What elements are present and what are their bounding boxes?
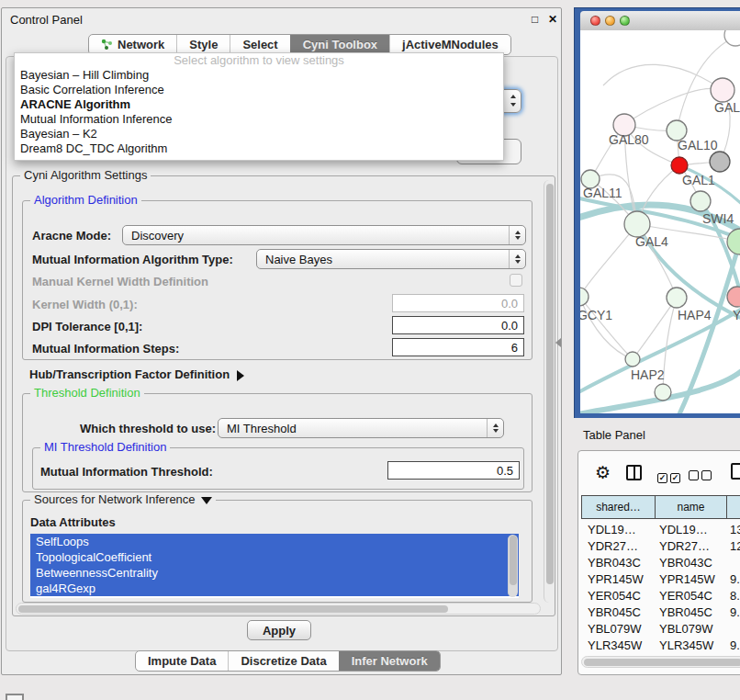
manual-kernel-width-checkbox[interactable] [510,274,522,287]
attribute-item[interactable]: gal4RGexp [30,581,519,596]
tab-cyni-toolbox[interactable]: Cyni Toolbox [290,35,389,54]
network-node[interactable] [625,352,640,367]
network-tab-icon [101,39,113,51]
table-cell[interactable]: YDR27… [588,539,638,553]
table-cell[interactable]: YLR345W [659,638,713,652]
mi-steps-label: Mutual Information Steps: [32,342,179,356]
column-header-shared-name[interactable]: shared… [581,495,656,519]
table-cell[interactable]: 9. [730,605,740,619]
table-cell[interactable]: 9. [730,572,740,586]
column-header-partial[interactable]: A [726,495,740,519]
kernel-width-field[interactable]: 0.0 [392,294,524,312]
network-node[interactable] [667,288,687,308]
which-threshold-combobox[interactable]: MI Threshold [218,418,504,438]
mi-algorithm-type-combobox[interactable]: Naive Bayes [256,249,526,269]
algorithm-option-basic-correlation[interactable]: Basic Correlation Inference [15,83,503,97]
algorithm-option-bayesian-hill-climbing[interactable]: Bayesian – Hill Climbing [15,68,503,83]
algorithm-option-mutual-information[interactable]: Mutual Information Inference [15,112,503,127]
settings-horizontal-scrollbar[interactable] [16,603,541,615]
network-node[interactable] [671,157,688,174]
which-threshold-label: Which threshold to use: [80,422,216,435]
tab-infer-network[interactable]: Infer Network [339,651,440,671]
network-node[interactable] [580,288,589,306]
network-node[interactable] [710,152,730,172]
close-window-icon[interactable]: ✕ [548,13,557,26]
table-cell[interactable]: YDL19… [588,523,636,536]
table-cell[interactable]: YBR045C [588,605,641,619]
split-columns-icon[interactable] [626,465,642,480]
aracne-mode-combobox[interactable]: Discovery [122,225,526,245]
tab-jactivemnodules[interactable]: jActiveMNodules [389,35,510,54]
tab-select[interactable]: Select [230,35,289,54]
mi-steps-field[interactable]: 6 [392,338,524,356]
network-node[interactable] [624,211,650,237]
table-cell[interactable]: YBL079W [659,622,713,636]
table-cell[interactable]: 8. [730,589,740,603]
table-cell[interactable]: YDR27… [659,539,710,553]
network-edge[interactable] [624,88,723,125]
table-cell[interactable]: 12 [730,539,740,553]
panel-divider-handle[interactable] [555,338,561,347]
network-node-label: Y [733,308,740,322]
sources-title[interactable]: Sources for Network Inference [30,492,216,506]
algorithm-option-aracne[interactable]: ARACNE Algorithm [15,97,503,112]
column-header-name[interactable]: name [655,495,727,519]
network-node-label: GAL10 [678,138,718,152]
close-traffic-light[interactable] [590,16,600,26]
network-window-titlebar[interactable] [580,11,740,31]
network-edge[interactable] [633,298,677,359]
partial-bottom-icon[interactable] [6,694,24,700]
network-canvas[interactable]: GALGAL80GAL10GAL1GAL11SWI4GAL4GCY1HAP4YH… [580,30,740,413]
network-node[interactable] [655,384,671,401]
table-cell[interactable]: YPR145W [659,572,715,586]
attribute-item[interactable]: TopologicalCoefficient [30,549,519,565]
table-cell[interactable]: 9. [730,638,740,652]
combo-stepper-icon [509,226,525,244]
network-node-label: GAL1 [682,173,715,187]
tab-discretize-data[interactable]: Discretize Data [228,651,338,671]
gear-icon[interactable]: ⚙ [595,464,611,481]
network-node[interactable] [724,30,740,46]
select-all-checkboxes-icon[interactable]: ✓✓ [657,468,680,484]
network-node[interactable] [711,78,734,102]
attribute-item[interactable]: SelfLoops [30,534,519,549]
table-cell[interactable]: YBR045C [659,605,712,619]
algorithm-option-bayesian-k2[interactable]: Bayesian – K2 [15,127,503,141]
table-cell[interactable]: 13 [730,523,740,536]
mi-threshold-field[interactable]: 0.5 [387,461,520,480]
hub-tf-definition-expander[interactable]: Hub/Transcription Factor Definition [29,367,244,381]
attribute-list-scrollbar[interactable] [508,535,518,597]
control-panel-window: Control Panel □ ✕ Network Style Select C… [1,7,562,675]
table-horizontal-scrollbar[interactable] [581,656,740,668]
float-window-icon[interactable]: □ [532,13,538,26]
table-cell[interactable]: YLR345W [588,638,642,652]
table-cell[interactable]: YBL079W [588,622,642,636]
network-edge[interactable] [580,297,633,359]
network-view-window[interactable]: GALGAL80GAL10GAL1GAL11SWI4GAL4GCY1HAP4YH… [574,7,740,418]
table-cell[interactable]: YBR043C [588,556,641,570]
algorithm-option-dream8[interactable]: Dream8 DC_TDC Algorithm [15,141,503,156]
stepper-down-icon [510,103,516,107]
table-cell[interactable]: YPR145W [588,572,644,586]
settings-vertical-scrollbar[interactable] [544,180,555,603]
zoom-traffic-light[interactable] [620,16,630,26]
table-cell[interactable]: YBR043C [659,556,712,570]
minimize-traffic-light[interactable] [605,16,615,26]
apply-button[interactable]: Apply [247,620,311,640]
network-node[interactable] [690,191,711,211]
table-cell[interactable]: YER054C [588,589,641,603]
network-node[interactable] [727,287,740,307]
attribute-item[interactable]: BetweennessCentrality [30,565,519,581]
network-edge[interactable] [580,224,637,297]
deselect-all-checkboxes-icon[interactable] [689,468,712,484]
data-attributes-list: SelfLoops TopologicalCoefficient Between… [30,534,519,598]
network-edge[interactable] [580,297,633,359]
table-cell[interactable]: YDL19… [659,523,708,536]
tab-network[interactable]: Network [89,35,176,54]
tab-style[interactable]: Style [176,35,230,54]
dpi-tolerance-field[interactable]: 0.0 [392,316,524,334]
tab-impute-data[interactable]: Impute Data [136,651,228,671]
network-edge[interactable] [603,64,723,90]
table-cell[interactable]: YER054C [659,589,712,603]
new-table-icon[interactable] [731,463,740,480]
